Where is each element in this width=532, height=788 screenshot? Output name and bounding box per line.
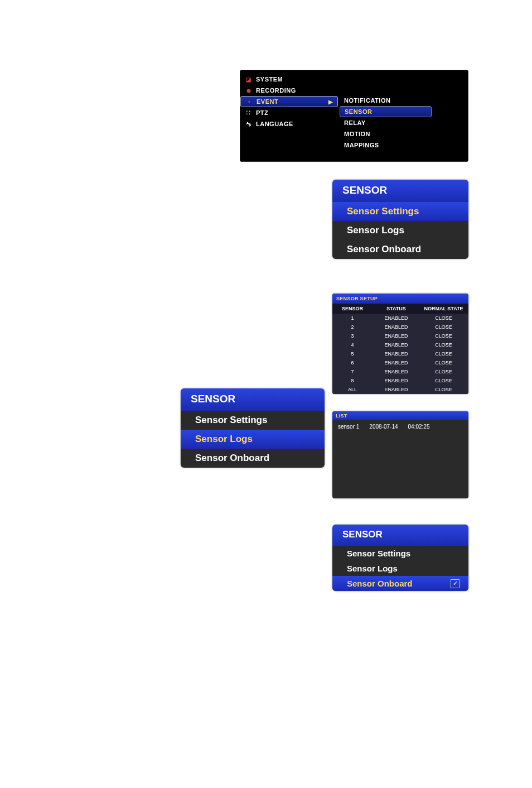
main-nav-left: ◪ SYSTEM ⏺ RECORDING • EVENT ▶ ⸬ PTZ ᴬᵦ … — [240, 70, 338, 161]
menu-item-sensor-settings[interactable]: Sensor Settings — [332, 546, 468, 561]
table-row[interactable]: 2ENABLEDCLOSE — [332, 323, 468, 331]
main-nav-right: NOTIFICATION SENSOR RELAY MOTION MAPPING… — [340, 92, 432, 161]
list-row-name: sensor 1 — [338, 424, 359, 430]
arrow-right-icon: ▶ — [328, 99, 333, 105]
sensor-menu-logs: SENSOR Sensor Settings Sensor Logs Senso… — [181, 388, 325, 468]
sensor-log-list: LIST sensor 1 2008-07-14 04:02:25 — [332, 411, 468, 498]
list-title: LIST — [332, 411, 468, 420]
nav-notification[interactable]: NOTIFICATION — [340, 95, 432, 106]
table-cell: CLOSE — [420, 342, 467, 348]
table-row[interactable]: ALLENABLEDCLOSE — [332, 385, 468, 394]
sensor-setup-table: SENSOR SETUP SENSOR STATUS NORMAL STATE … — [332, 294, 468, 394]
table-cell: ENABLED — [373, 369, 420, 374]
nav-label: MOTION — [344, 131, 370, 137]
list-row-time: 04:02:25 — [408, 424, 430, 430]
table-cell: 6 — [332, 360, 373, 366]
checkbox-icon: ◪ — [245, 76, 253, 83]
table-cell: ENABLED — [373, 324, 420, 330]
menu-item-label: Sensor Onboard — [347, 244, 421, 255]
nav-ptz[interactable]: ⸬ PTZ — [240, 107, 338, 118]
menu-item-sensor-onboard[interactable]: Sensor Onboard — [181, 449, 325, 468]
table-cell: 4 — [332, 342, 373, 348]
nav-motion[interactable]: MOTION — [340, 128, 432, 140]
list-row[interactable]: sensor 1 2008-07-14 04:02:25 — [338, 424, 463, 430]
sensor-menu-settings: SENSOR Sensor Settings Sensor Logs Senso… — [332, 180, 468, 259]
nav-system[interactable]: ◪ SYSTEM — [240, 74, 338, 85]
nav-label: PTZ — [256, 109, 268, 116]
check-icon[interactable]: ✓ — [451, 579, 460, 588]
menu-item-label: Sensor Logs — [195, 434, 253, 445]
table-cell: 5 — [332, 351, 373, 357]
menu-item-label: Sensor Settings — [347, 206, 419, 217]
menu-item-label: Sensor Onboard — [347, 579, 413, 588]
nav-mappings[interactable]: MAPPINGS — [340, 140, 432, 151]
table-body: 1ENABLEDCLOSE2ENABLEDCLOSE3ENABLEDCLOSE4… — [332, 314, 468, 394]
menu-item-label: Sensor Logs — [347, 564, 398, 573]
nav-label: NOTIFICATION — [344, 97, 390, 104]
nav-label: SENSOR — [345, 108, 372, 115]
table-row[interactable]: 7ENABLEDCLOSE — [332, 367, 468, 376]
menu-item-label: Sensor Settings — [195, 415, 267, 426]
table-cell: 2 — [332, 324, 373, 330]
table-cell: ENABLED — [373, 333, 420, 339]
table-cell: CLOSE — [420, 324, 467, 330]
list-body: sensor 1 2008-07-14 04:02:25 — [332, 420, 468, 498]
nav-label: EVENT — [257, 98, 278, 105]
nav-label: RECORDING — [256, 87, 296, 94]
main-nav-menu: ◪ SYSTEM ⏺ RECORDING • EVENT ▶ ⸬ PTZ ᴬᵦ … — [240, 70, 468, 162]
nav-sensor[interactable]: SENSOR — [340, 106, 432, 117]
menu-item-label: Sensor Settings — [347, 549, 410, 558]
nav-label: RELAY — [344, 119, 366, 126]
menu-item-sensor-onboard[interactable]: Sensor Onboard ✓ — [332, 576, 468, 591]
table-cell: ENABLED — [373, 387, 420, 392]
table-cell: 7 — [332, 369, 373, 374]
sensor-menu-onboard: SENSOR Sensor Settings Sensor Logs Senso… — [332, 525, 468, 591]
menu-item-sensor-logs[interactable]: Sensor Logs — [332, 561, 468, 576]
nav-language[interactable]: ᴬᵦ LANGUAGE — [240, 118, 338, 129]
nav-relay[interactable]: RELAY — [340, 117, 432, 128]
menu-item-sensor-logs[interactable]: Sensor Logs — [332, 221, 468, 240]
menu-item-sensor-onboard[interactable]: Sensor Onboard — [332, 240, 468, 259]
menu-item-sensor-logs[interactable]: Sensor Logs — [181, 430, 325, 449]
panel-title: SENSOR — [332, 525, 468, 546]
panel-body: Sensor Settings Sensor Logs Sensor Onboa… — [332, 202, 468, 259]
table-cell: 1 — [332, 315, 373, 321]
table-row[interactable]: 8ENABLEDCLOSE — [332, 376, 468, 385]
col-header-sensor: SENSOR — [332, 306, 373, 311]
table-cell: CLOSE — [420, 360, 467, 366]
nav-label: SYSTEM — [256, 76, 283, 83]
table-row[interactable]: 1ENABLEDCLOSE — [332, 314, 468, 323]
table-cell: ENABLED — [373, 378, 420, 383]
table-cell: 3 — [332, 333, 373, 339]
table-cell: ENABLED — [373, 342, 420, 348]
table-cell: CLOSE — [420, 369, 467, 374]
table-cell: ALL — [332, 387, 373, 392]
panel-title: SENSOR — [332, 180, 468, 202]
menu-item-sensor-settings[interactable]: Sensor Settings — [181, 411, 325, 430]
record-icon: ⏺ — [245, 88, 253, 94]
col-header-normal-state: NORMAL STATE — [420, 306, 467, 311]
table-cell: CLOSE — [420, 387, 467, 392]
panel-body: Sensor Settings Sensor Logs Sensor Onboa… — [332, 546, 468, 591]
menu-item-sensor-settings[interactable]: Sensor Settings — [332, 202, 468, 221]
ptz-icon: ⸬ — [245, 109, 253, 116]
nav-recording[interactable]: ⏺ RECORDING — [240, 85, 338, 96]
table-row[interactable]: 4ENABLEDCLOSE — [332, 340, 468, 349]
table-row[interactable]: 6ENABLEDCLOSE — [332, 358, 468, 367]
table-cell: CLOSE — [420, 351, 467, 357]
table-cell: 8 — [332, 378, 373, 383]
panel-body: Sensor Settings Sensor Logs Sensor Onboa… — [181, 411, 325, 468]
nav-event[interactable]: • EVENT ▶ — [240, 96, 338, 107]
table-cell: CLOSE — [420, 315, 467, 321]
panel-title: SENSOR — [181, 388, 325, 411]
table-cell: CLOSE — [420, 378, 467, 383]
table-cell: ENABLED — [373, 315, 420, 321]
language-icon: ᴬᵦ — [245, 121, 253, 127]
menu-item-label: Sensor Logs — [347, 225, 404, 236]
list-row-date: 2008-07-14 — [369, 424, 398, 430]
nav-label: LANGUAGE — [256, 121, 293, 127]
table-row[interactable]: 5ENABLEDCLOSE — [332, 349, 468, 358]
table-row[interactable]: 3ENABLEDCLOSE — [332, 331, 468, 340]
table-cell: ENABLED — [373, 360, 420, 366]
table-title: SENSOR SETUP — [332, 294, 468, 304]
